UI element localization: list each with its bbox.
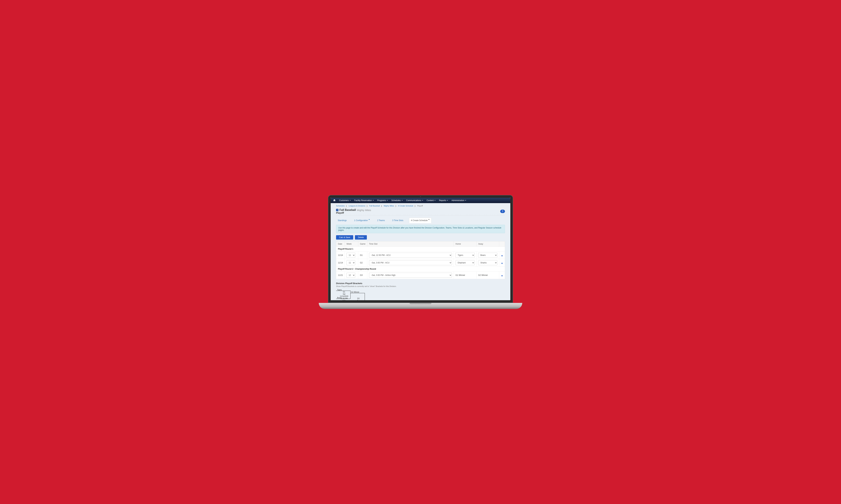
top-nav: Customers Facility Reservation Programs …: [331, 198, 510, 203]
game-code: G1: [339, 291, 349, 293]
round-1-header: Playoff Round 1: [336, 247, 505, 252]
division-name: Mighty Mites: [357, 209, 371, 212]
breadcrumb-link[interactable]: Schedules: [336, 205, 345, 207]
breadcrumb-link[interactable]: Leagues & Divisions: [348, 205, 365, 207]
nav-communications[interactable]: Communications: [406, 199, 423, 202]
week-select[interactable]: 11: [346, 253, 355, 258]
expand-row-icon[interactable]: ⌄⌄: [501, 262, 503, 264]
caret-down-icon: [422, 200, 423, 201]
bracket-diagram: Tigers Bears Elephant G1 Sat 11/14/2020 …: [336, 289, 407, 300]
nav-customers[interactable]: Customers: [339, 199, 351, 202]
chevron-right-icon: ❯: [414, 205, 416, 207]
nav-label: Customers: [339, 199, 349, 202]
caret-down-icon: [387, 200, 388, 201]
breadcrumb-link[interactable]: Fall Baseball: [369, 205, 380, 207]
nav-administration[interactable]: Administration: [451, 199, 466, 202]
tab-teams[interactable]: 2 Teams: [376, 218, 387, 223]
nav-label: Communications: [406, 199, 421, 202]
breadcrumb-link[interactable]: Mighty Mites: [384, 205, 394, 207]
col-timeslot: Time Slot: [367, 241, 453, 247]
tab-create-schedule[interactable]: 4 Create Schedule: [409, 218, 431, 223]
expand-icon[interactable]: [336, 209, 339, 211]
breadcrumb-link[interactable]: 4 Create Schedule: [398, 205, 413, 207]
tab-standings[interactable]: Standings: [336, 218, 348, 223]
nav-content[interactable]: Content: [427, 199, 436, 202]
timeslot-select[interactable]: -Sat, 3:00 PM - ACU: [369, 260, 452, 265]
nav-programs[interactable]: Programs: [377, 199, 388, 202]
col-date: Date: [336, 241, 345, 247]
caret-down-icon: [373, 200, 374, 201]
page-header: Fall Baseball Mighty Mites Playoff ?: [336, 209, 505, 215]
chevron-right-icon: ❯: [381, 205, 382, 207]
timeslot-select[interactable]: -Sat, 12:30 PM - ACU: [369, 253, 452, 258]
col-away: Away: [477, 241, 499, 247]
breadcrumb-current: Playoff: [417, 205, 423, 207]
delete-button[interactable]: Delete: [355, 235, 367, 239]
expand-row-icon[interactable]: ⌄⌄: [501, 274, 503, 276]
cell-date: 11/14: [336, 259, 345, 267]
home-team-select[interactable]: Tigers: [456, 253, 475, 258]
game-date: Sat 11/21/2020: [353, 300, 364, 300]
laptop-camera: [420, 196, 421, 197]
help-button[interactable]: ?: [500, 210, 505, 213]
caret-down-icon: [428, 219, 430, 220]
caret-down-icon: [349, 200, 351, 201]
league-name: Fall Baseball: [340, 209, 356, 212]
home-team-select[interactable]: Elephant: [456, 260, 475, 265]
away-team-select[interactable]: Bears: [478, 253, 497, 258]
chevron-right-icon: ❯: [346, 205, 347, 207]
tab-time-slots[interactable]: 3 Time Slots: [391, 218, 405, 223]
laptop-mockup: Customers Facility Reservation Programs …: [328, 195, 513, 309]
laptop-notch: [410, 303, 431, 305]
cell-game: G1: [358, 252, 367, 259]
caret-down-icon: [401, 200, 403, 201]
away-team-select[interactable]: Sharks: [478, 260, 497, 265]
col-game: Game: [358, 241, 367, 247]
game-date: Sat 11/14/2020: [339, 293, 349, 298]
round-2-header: Playoff Round 2 - Championship Round: [336, 267, 505, 271]
cell-date: 11/14: [336, 252, 345, 259]
laptop-screen-bezel: Customers Facility Reservation Programs …: [328, 195, 513, 303]
chevron-right-icon: ❯: [395, 205, 396, 207]
game-loc: ACU: [339, 300, 349, 300]
caret-down-icon: [447, 200, 448, 201]
schedule-row: 11/21 12 G3 -Sat, 3:00 PM - Airline High…: [336, 271, 505, 279]
action-buttons: Calc & Save Delete: [336, 235, 505, 239]
schedule-table: Date Week Game Time Slot Home Away Playo…: [336, 241, 505, 279]
tab-label: Standings: [338, 219, 347, 221]
schedule-row: 11/14 11 G1 -Sat, 12:30 PM - ACU Tigers …: [336, 252, 505, 259]
brackets-title: Division Playoff Brackets: [336, 282, 505, 285]
game-code: G3: [353, 298, 364, 300]
nav-facility-reservation[interactable]: Facility Reservation: [354, 199, 374, 202]
nav-schedules[interactable]: Schedules: [391, 199, 403, 202]
cell-away-static: G2 Winner: [477, 271, 499, 279]
tab-label: 4 Create Schedule: [411, 219, 428, 221]
bracket-game-g3: G3 Sat 11/21/2020 3:00 PM Airline High: [353, 298, 364, 300]
tab-label: 1 Configuration: [354, 219, 368, 221]
caret-down-icon: [368, 219, 370, 220]
caret-down-icon: [434, 200, 436, 201]
caret-down-icon: [465, 200, 466, 201]
tab-label: 2 Teams: [377, 219, 385, 221]
laptop-base: [319, 303, 522, 309]
nav-label: Reports: [439, 199, 446, 202]
brackets-subtitle: Show Playoff Brackets is currently set t…: [336, 285, 505, 287]
col-actions: [499, 241, 505, 247]
calc-save-button[interactable]: Calc & Save: [336, 235, 353, 239]
col-home: Home: [454, 241, 477, 247]
tab-label: 3 Time Slots: [392, 219, 404, 221]
col-week: Week: [345, 241, 358, 247]
timeslot-select[interactable]: -Sat, 3:00 PM - Airline High: [369, 273, 452, 278]
cell-home-static: G1 Winner: [454, 271, 477, 279]
week-select[interactable]: 12: [346, 273, 355, 278]
cell-date: 11/21: [336, 271, 345, 279]
expand-row-icon[interactable]: ⌄⌄: [501, 254, 503, 256]
nav-reports[interactable]: Reports: [439, 199, 448, 202]
nav-label: Administration: [451, 199, 464, 202]
tab-configuration[interactable]: 1 Configuration: [353, 218, 372, 223]
nav-label: Content: [427, 199, 434, 202]
breadcrumb: Schedules❯ Leagues & Divisions❯ Fall Bas…: [336, 203, 505, 209]
week-select[interactable]: 11: [346, 260, 355, 265]
home-icon[interactable]: [333, 199, 336, 202]
chevron-right-icon: ❯: [366, 205, 368, 207]
